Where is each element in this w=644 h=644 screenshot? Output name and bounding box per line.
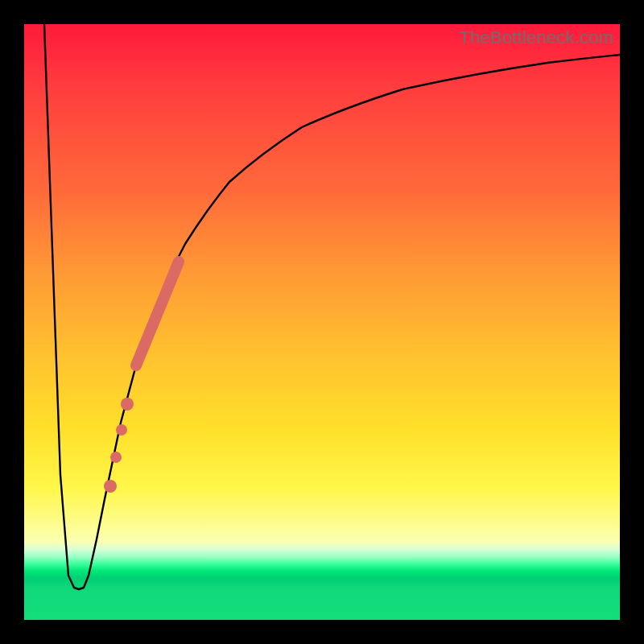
highlight-dot [121, 398, 134, 411]
bottleneck-curve [44, 24, 620, 589]
highlight-dot [116, 424, 127, 436]
highlight-dot [104, 480, 117, 493]
highlight-dot [110, 452, 122, 463]
highlight-segment [136, 262, 179, 365]
plot-area: TheBottleneck.com [24, 24, 620, 620]
curve-svg [24, 24, 620, 620]
chart-frame: TheBottleneck.com [0, 0, 644, 644]
